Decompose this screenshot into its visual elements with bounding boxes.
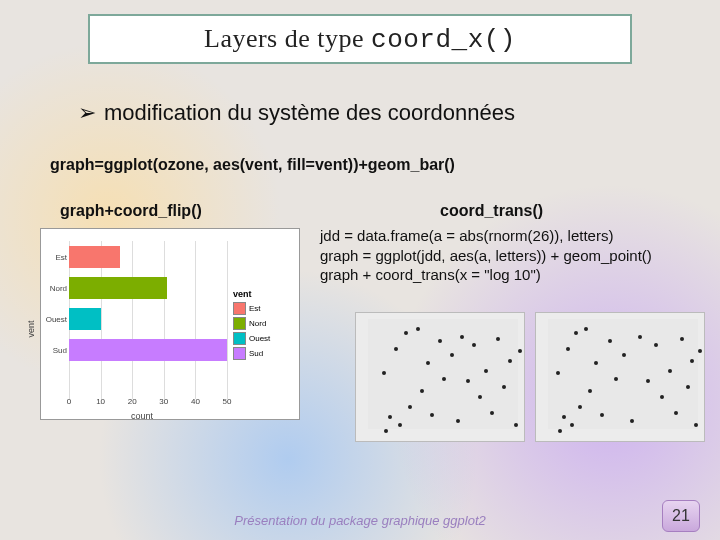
title-mono: coord_x() xyxy=(371,25,516,55)
bullet-arrow-icon: ➢ xyxy=(78,100,96,125)
left-bars: EstNordOuestSud xyxy=(69,241,227,399)
bar-cat: Sud xyxy=(45,345,67,354)
left-chart: vent EstNordOuestSud 01020304050 count v… xyxy=(40,228,300,420)
right-chart-label: coord_trans() xyxy=(440,202,543,220)
code-l1: jdd = data.frame(a = abs(rnorm(26)), let… xyxy=(320,226,652,246)
bar xyxy=(69,246,120,268)
slide-title: Layers de type coord_x() xyxy=(204,24,516,55)
legend-title: vent xyxy=(233,289,293,299)
scatter-field-1 xyxy=(368,319,518,429)
bar-cat: Ouest xyxy=(45,314,67,323)
title-prefix: Layers de type xyxy=(204,24,371,53)
scatter-field-2 xyxy=(548,319,698,429)
bar xyxy=(69,277,167,299)
bullet-text: modification du système des coordonnées xyxy=(104,100,515,125)
title-box: Layers de type coord_x() xyxy=(88,14,632,64)
code-block: jdd = data.frame(a = abs(rnorm(26)), let… xyxy=(320,226,652,285)
bullet-line: ➢modification du système des coordonnées xyxy=(78,100,515,126)
bar-cat: Nord xyxy=(45,283,67,292)
code-line-1: graph=ggplot(ozone, aes(vent, fill=vent)… xyxy=(50,156,455,174)
left-chart-label: graph+coord_flip() xyxy=(60,202,202,220)
page-number: 21 xyxy=(662,500,700,532)
legend: vent EstNordOuestSud xyxy=(233,289,293,362)
scatter-chart-1 xyxy=(355,312,525,442)
bar xyxy=(69,308,101,330)
bar-cat: Est xyxy=(45,252,67,261)
scatter-chart-2 xyxy=(535,312,705,442)
footer-text: Présentation du package graphique ggplot… xyxy=(0,513,720,528)
left-ylabel: vent xyxy=(26,320,36,337)
bar xyxy=(69,339,227,361)
code-l3: graph + coord_trans(x = "log 10") xyxy=(320,265,652,285)
code-l2: graph = ggplot(jdd, aes(a, letters)) + g… xyxy=(320,246,652,266)
left-xlabel: count xyxy=(131,411,153,421)
